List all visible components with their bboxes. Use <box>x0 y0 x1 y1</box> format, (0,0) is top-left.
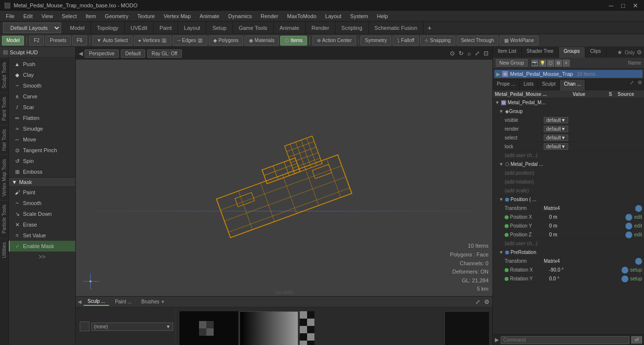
tab-scripting[interactable]: Scripting <box>335 22 369 34</box>
symmetry-button[interactable]: Symmetry <box>360 36 391 46</box>
tool-flatten[interactable]: ═ Flatten <box>9 113 75 123</box>
props-settings-icon[interactable]: ⚙ <box>636 80 644 91</box>
prop-pos-z-link[interactable]: edit <box>634 232 642 237</box>
prop-visible-dropdown[interactable]: default ▼ <box>544 117 568 123</box>
add-tab-button[interactable]: + <box>423 23 435 33</box>
command-go-button[interactable]: ⏎ <box>631 336 642 344</box>
workplane-button[interactable]: ▦ WorkPlane <box>500 36 538 46</box>
prop-render-dropdown[interactable]: default ▼ <box>544 126 568 132</box>
root-expand-icon[interactable]: ▼ <box>495 100 500 105</box>
tab-setup[interactable]: Setup <box>206 22 233 34</box>
lists-tab[interactable]: Lists <box>520 80 538 91</box>
expand-tools-button[interactable]: >> <box>9 252 75 262</box>
tab-layout[interactable]: Layout <box>178 22 206 34</box>
shader-tree-tab[interactable]: Shader Tree <box>522 47 559 58</box>
channels-tab[interactable]: Chan ... <box>560 80 585 91</box>
paint-tab[interactable]: Paint ... <box>111 298 135 305</box>
particle-tools-tab[interactable]: Particle Tools <box>0 200 8 237</box>
metal-pedal-expand-icon[interactable]: ▼ <box>499 161 504 167</box>
prop-select-dropdown[interactable]: default ▼ <box>544 135 568 141</box>
position-expand-icon[interactable]: ▼ <box>499 197 504 202</box>
tab-game-tools[interactable]: Game Tools <box>233 22 274 34</box>
snapping-button[interactable]: ⊹ Snapping <box>420 36 455 46</box>
brushes-tab[interactable]: Brushes ▼ <box>137 298 169 305</box>
menu-view[interactable]: View <box>38 12 57 20</box>
mode-model-button[interactable]: Model <box>2 36 24 46</box>
new-group-button[interactable]: New Group <box>496 59 528 67</box>
minimize-button[interactable]: ─ <box>607 2 615 9</box>
maximize-button[interactable]: □ <box>619 2 627 9</box>
properties-tab[interactable]: Prope ... <box>493 80 520 91</box>
item-list-tab[interactable]: Item List <box>493 47 522 58</box>
viewport-icon-1[interactable]: ⊙ <box>449 49 456 58</box>
viewport-icon-4[interactable]: ⤢ <box>474 49 481 58</box>
menu-animate[interactable]: Animate <box>196 12 223 20</box>
props-expand-icon[interactable]: ⤢ <box>628 80 636 91</box>
panel-star-icon[interactable]: ★ <box>617 49 622 56</box>
clips-tab[interactable]: Clips <box>585 47 606 58</box>
prop-rot-y-link[interactable]: setup <box>630 276 642 281</box>
menu-dynamics[interactable]: Dynamics <box>224 12 256 20</box>
panel-settings-icon[interactable]: ⚙ <box>637 49 642 56</box>
tool-push[interactable]: ▲ Push <box>9 59 75 69</box>
tool-tangent-pinch[interactable]: ⊙ Tangent Pinch <box>9 145 75 156</box>
tool-smooth[interactable]: ~ Smooth <box>9 80 75 91</box>
tool-erase[interactable]: ✕ Erase <box>9 219 75 230</box>
polygons-button[interactable]: ◆ Polygons <box>209 36 243 46</box>
action-center-button[interactable]: ⊕ Action Center <box>312 36 356 46</box>
menu-system[interactable]: System <box>346 12 372 20</box>
paint-tools-tab[interactable]: Paint Tools <box>0 92 8 125</box>
groups-tab[interactable]: Groups <box>559 47 585 58</box>
tool-carve[interactable]: ∧ Carve <box>9 91 75 102</box>
viewport-default-btn[interactable]: Default <box>121 49 145 58</box>
menu-layout[interactable]: Layout <box>321 12 345 20</box>
viewport-nav-left[interactable]: ◀ <box>79 50 83 57</box>
tab-uvedit[interactable]: UVEdit <box>125 22 154 34</box>
menu-select[interactable]: Select <box>58 12 81 20</box>
tool-set-value[interactable]: = Set Value <box>9 230 75 241</box>
presets-button[interactable]: Presets <box>45 36 71 46</box>
tool-scar[interactable]: / Scar <box>9 102 75 113</box>
viewport-perspective-btn[interactable]: Perspective <box>85 49 119 58</box>
menu-help[interactable]: Help <box>373 12 392 20</box>
edges-button[interactable]: ─ Edges 2 <box>173 36 207 46</box>
hair-tools-tab[interactable]: Hair Tools <box>0 125 8 155</box>
tab-render[interactable]: Render <box>306 22 335 34</box>
tool-smudge[interactable]: ≈ Smudge <box>9 123 75 134</box>
sculpt-tools-tab[interactable]: Sculpt Tools <box>0 58 8 92</box>
viewport-bottom-settings[interactable]: ⚙ <box>483 298 490 306</box>
menu-texture[interactable]: Texture <box>133 12 159 20</box>
tool-mask-paint[interactable]: 🖌 Paint <box>9 187 75 198</box>
brush-none-select[interactable]: (none) ▼ <box>91 322 173 331</box>
group-expand-icon[interactable]: ▼ <box>499 109 504 114</box>
prop-pos-x-link[interactable]: edit <box>634 214 642 220</box>
window-controls[interactable]: ─ □ ✕ <box>607 2 640 9</box>
f6-button[interactable]: F6 <box>72 36 87 46</box>
command-input[interactable] <box>501 336 629 344</box>
tool-spin[interactable]: ↺ Spin <box>9 156 75 166</box>
utilities-tab[interactable]: Utilities <box>0 238 8 262</box>
tab-schematic-fusion[interactable]: Schematic Fusion <box>369 22 423 34</box>
viewport-raygl-btn[interactable]: Ray GL: Off <box>147 49 182 58</box>
prop-rot-x-link[interactable]: setup <box>630 267 642 273</box>
prop-lock-dropdown[interactable]: default ▼ <box>544 143 568 150</box>
viewport-icon-2[interactable]: ↻ <box>458 49 465 58</box>
tool-mask-smooth[interactable]: ~ Smooth <box>9 198 75 208</box>
tool-enable-mask[interactable]: ✓ Enable Mask <box>9 241 75 252</box>
menu-geometry[interactable]: Geometry <box>101 12 132 20</box>
item-row-main[interactable]: ▶ G Metal_Pedal_Mouse_Trap 10 Items <box>494 70 643 78</box>
items-button[interactable]: ⬡ Items <box>280 36 307 46</box>
viewport[interactable]: ◀ Perspective Default Ray GL: Off ⊙ ↻ ⌕ … <box>76 47 492 345</box>
group-icon-plus[interactable]: + <box>563 60 570 67</box>
tool-clay[interactable]: ◆ Clay <box>9 69 75 80</box>
tool-move[interactable]: ↔ Move <box>9 134 75 145</box>
viewport-icon-5[interactable]: ⊡ <box>483 49 489 58</box>
tab-paint[interactable]: Paint <box>154 22 178 34</box>
vertices-button[interactable]: ● Vertices 1 <box>134 36 172 46</box>
menu-vertex-map[interactable]: Vertex Map <box>160 12 195 20</box>
menu-render[interactable]: Render <box>257 12 282 20</box>
auto-select-button[interactable]: ▼ Auto Select <box>92 36 133 46</box>
close-button[interactable]: ✕ <box>631 2 640 9</box>
falloff-button[interactable]: ⤵ Falloff <box>393 36 419 46</box>
menu-maxtomodo[interactable]: MaxToModo <box>283 12 320 20</box>
